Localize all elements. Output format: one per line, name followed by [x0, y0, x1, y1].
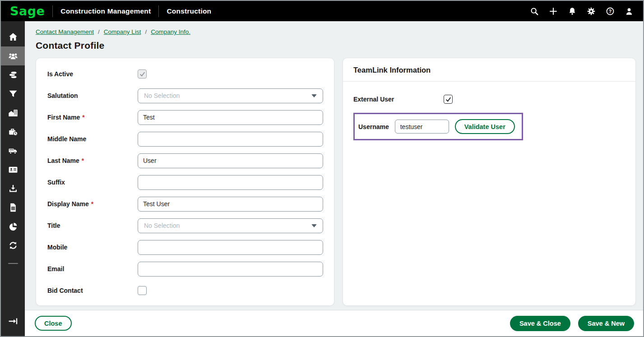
form-row-last-name: Last Name*: [47, 150, 322, 171]
salutation-select-value: No Selection: [144, 92, 180, 99]
display-name-input[interactable]: [138, 197, 323, 212]
form-row-first-name: First Name*: [47, 106, 322, 128]
title-label: Title: [47, 222, 60, 229]
footer-bar: Close Save & Close Save & New: [25, 310, 643, 336]
topbar-divider: [158, 5, 159, 17]
notifications-icon[interactable]: [566, 5, 578, 17]
display-name-label: Display Name: [47, 200, 89, 208]
form-row-bid-contact: Bid Contact: [47, 280, 322, 301]
topbar-divider: [52, 5, 53, 17]
external-user-label: External User: [353, 96, 444, 103]
title-select-value: No Selection: [144, 222, 180, 229]
settings-icon[interactable]: [585, 5, 597, 17]
suffix-label: Suffix: [47, 179, 65, 186]
refresh-icon: [8, 240, 19, 251]
buildings-icon: [8, 107, 19, 118]
breadcrumb-company-list[interactable]: Company List: [104, 28, 141, 35]
salutation-select[interactable]: No Selection: [138, 88, 323, 103]
title-select[interactable]: No Selection: [138, 218, 323, 233]
first-name-input[interactable]: [138, 110, 323, 125]
sidebar-item-jobs[interactable]: [1, 122, 25, 141]
username-label: Username: [358, 123, 389, 130]
sidebar-item-contact-card[interactable]: [1, 160, 25, 179]
coins-icon: [8, 69, 19, 80]
collapse-icon: [8, 316, 19, 327]
sidebar-collapse-toggle[interactable]: [1, 312, 25, 331]
sidebar-item-filter[interactable]: [1, 84, 25, 103]
briefcase-clock-icon: [8, 126, 19, 137]
middle-name-input[interactable]: [138, 132, 323, 147]
breadcrumb-contact-management[interactable]: Contact Management: [36, 28, 94, 35]
contact-profile-card: Is Active Salutation No Selection: [36, 58, 334, 306]
validate-user-button[interactable]: Validate User: [455, 119, 515, 134]
external-user-row: External User: [353, 92, 625, 107]
is-active-checkbox: [138, 69, 147, 78]
bid-contact-label: Bid Contact: [47, 287, 83, 294]
sage-logo: Sage: [10, 5, 45, 18]
download-icon: [8, 183, 19, 194]
form-row-suffix: Suffix: [47, 171, 322, 193]
is-active-label: Is Active: [47, 70, 73, 78]
teamlink-card: TeamLink Information External User Usern…: [343, 58, 636, 306]
form-row-display-name: Display Name*: [47, 193, 322, 215]
id-card-icon: [8, 164, 19, 175]
user-icon[interactable]: [623, 5, 635, 17]
sidebar-item-equipment[interactable]: [1, 141, 25, 160]
sidebar-item-sync[interactable]: [1, 236, 25, 255]
username-input[interactable]: [395, 120, 449, 134]
sidebar-item-analytics[interactable]: [1, 217, 25, 236]
save-new-button[interactable]: Save & New: [578, 316, 634, 331]
module-title: Construction: [167, 7, 211, 15]
search-icon[interactable]: [528, 5, 540, 17]
dropdown-caret-icon: [311, 224, 317, 227]
suffix-input[interactable]: [138, 175, 323, 190]
truck-icon: [8, 145, 19, 156]
email-label: Email: [47, 265, 64, 272]
mobile-label: Mobile: [47, 244, 67, 251]
form-row-title: Title No Selection: [47, 215, 322, 236]
app-window: Sage Construction Management Constructio…: [0, 0, 644, 337]
external-user-checkbox[interactable]: [444, 95, 453, 104]
add-icon[interactable]: [547, 5, 559, 17]
required-asterisk: *: [82, 114, 84, 121]
svg-text:?: ?: [609, 8, 612, 14]
form-row-is-active: Is Active: [47, 63, 322, 85]
sidebar-item-coins[interactable]: [1, 65, 25, 84]
required-asterisk: *: [91, 200, 93, 208]
breadcrumb-company-info[interactable]: Company Info.: [151, 28, 190, 35]
form-row-salutation: Salutation No Selection: [47, 85, 322, 106]
email-input[interactable]: [138, 262, 323, 277]
mobile-input[interactable]: [138, 240, 323, 255]
dropdown-caret-icon: [311, 94, 317, 97]
help-icon[interactable]: ?: [604, 5, 616, 17]
checkmark-icon: [139, 71, 146, 78]
breadcrumb-separator: /: [145, 28, 147, 35]
document-grid-icon: [8, 202, 19, 213]
breadcrumb: Contact Management / Company List / Comp…: [36, 28, 636, 35]
bid-contact-checkbox[interactable]: [138, 286, 147, 295]
close-button[interactable]: Close: [35, 316, 72, 331]
required-asterisk: *: [82, 157, 84, 164]
main-area: Contact Management / Company List / Comp…: [25, 21, 643, 336]
first-name-label: First Name: [47, 114, 80, 121]
last-name-input[interactable]: [138, 153, 323, 168]
form-row-mobile: Mobile: [47, 236, 322, 258]
filter-icon: [8, 88, 19, 99]
last-name-label: Last Name: [47, 157, 79, 164]
sidebar-divider: [8, 263, 18, 264]
page-title: Contact Profile: [36, 40, 636, 51]
breadcrumb-separator: /: [98, 28, 100, 35]
save-close-button[interactable]: Save & Close: [510, 316, 570, 331]
teamlink-title: TeamLink Information: [343, 58, 635, 82]
people-group-icon: [8, 51, 19, 61]
pie-chart-icon: [8, 221, 19, 232]
sidebar-item-contacts[interactable]: [1, 46, 25, 65]
sidebar-item-import[interactable]: [1, 179, 25, 198]
app-title: Construction Management: [60, 7, 151, 15]
sidebar-item-reports[interactable]: [1, 198, 25, 217]
salutation-label: Salutation: [47, 92, 78, 99]
topbar: Sage Construction Management Constructio…: [1, 1, 643, 21]
sidebar-nav: [1, 21, 25, 336]
sidebar-item-home[interactable]: [1, 28, 25, 46]
sidebar-item-buildings[interactable]: [1, 103, 25, 122]
